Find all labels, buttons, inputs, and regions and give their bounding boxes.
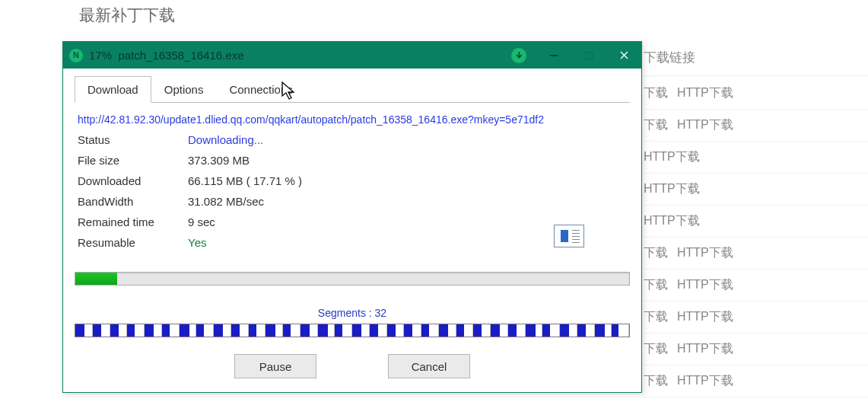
download-links-column: 下载链接 下载HTTP下载下载HTTP下载HTTP下载HTTP下载HTTP下载下… bbox=[644, 49, 868, 397]
segment bbox=[162, 324, 180, 337]
progress-fill bbox=[75, 273, 117, 285]
segment bbox=[491, 324, 508, 337]
maximize-button[interactable] bbox=[571, 42, 606, 69]
download-link[interactable]: HTTP下载 bbox=[677, 118, 733, 131]
segment bbox=[421, 324, 439, 337]
download-link-row: 下载HTTP下载 bbox=[644, 365, 868, 397]
label-downloaded: Downloaded bbox=[78, 174, 188, 187]
tab-connections[interactable]: Connections bbox=[216, 76, 305, 102]
segment bbox=[577, 324, 595, 337]
download-dialog: 17% patch_16358_16416.exe Download Optio… bbox=[62, 41, 642, 393]
download-link[interactable]: HTTP下载 bbox=[677, 374, 733, 387]
tab-options[interactable]: Options bbox=[151, 76, 217, 102]
download-link[interactable]: 下载 bbox=[644, 342, 668, 355]
download-link-row: 下载HTTP下载 bbox=[644, 302, 868, 333]
segment bbox=[542, 324, 560, 337]
download-link[interactable]: HTTP下载 bbox=[644, 214, 700, 227]
segment bbox=[318, 324, 335, 337]
download-link[interactable]: 下载 bbox=[644, 310, 668, 323]
download-link-row: HTTP下载 bbox=[644, 174, 868, 206]
download-link[interactable]: HTTP下载 bbox=[644, 150, 700, 163]
segment bbox=[352, 324, 370, 337]
svg-rect-1 bbox=[586, 52, 593, 59]
label-filesize: File size bbox=[78, 154, 188, 167]
download-links-header: 下载链接 bbox=[644, 49, 868, 76]
tabs: Download Options Connections bbox=[75, 76, 630, 103]
segment bbox=[404, 324, 421, 337]
segment bbox=[93, 324, 110, 337]
download-link[interactable]: HTTP下载 bbox=[677, 278, 733, 291]
download-link-row: 下载HTTP下载 bbox=[644, 270, 868, 302]
download-link-row: 下载HTTP下载 bbox=[644, 78, 868, 110]
segment bbox=[214, 324, 231, 337]
minimize-button[interactable] bbox=[536, 42, 571, 69]
close-button[interactable] bbox=[606, 42, 641, 69]
segment bbox=[387, 324, 405, 337]
label-status: Status bbox=[78, 133, 188, 146]
download-url[interactable]: http://42.81.92.30/update1.dlied.qq.com/… bbox=[78, 113, 630, 126]
label-resumable: Resumable bbox=[78, 236, 188, 249]
segment bbox=[560, 324, 577, 337]
segment bbox=[196, 324, 214, 337]
download-link-row: HTTP下载 bbox=[644, 206, 868, 238]
segment bbox=[526, 324, 543, 337]
download-link[interactable]: 下载 bbox=[644, 246, 668, 259]
segment bbox=[145, 324, 162, 337]
value-filesize: 373.309 MB bbox=[188, 154, 250, 167]
download-link-row: HTTP下载 bbox=[644, 142, 868, 174]
value-resumable: Yes bbox=[188, 236, 206, 249]
progress-bar bbox=[75, 272, 630, 286]
segment bbox=[75, 324, 93, 337]
download-link[interactable]: HTTP下载 bbox=[644, 182, 700, 195]
download-link-row: 下载HTTP下载 bbox=[644, 238, 868, 270]
segment bbox=[595, 324, 612, 337]
download-link[interactable]: 下载 bbox=[644, 374, 668, 387]
download-link[interactable]: HTTP下载 bbox=[677, 342, 733, 355]
download-link[interactable]: 下载 bbox=[644, 118, 668, 131]
value-bandwidth: 31.082 MB/sec bbox=[188, 195, 264, 208]
segment bbox=[110, 324, 128, 337]
pause-button[interactable]: Pause bbox=[234, 354, 316, 378]
download-link[interactable]: HTTP下载 bbox=[677, 86, 733, 99]
value-status: Downloading... bbox=[188, 133, 263, 146]
segment bbox=[473, 324, 491, 337]
value-remained: 9 sec bbox=[188, 215, 215, 228]
segment bbox=[265, 324, 283, 337]
preview-icon[interactable] bbox=[554, 225, 584, 247]
titlebar[interactable]: 17% patch_16358_16416.exe bbox=[63, 42, 641, 69]
value-downloaded: 66.115 MB ( 17.71 % ) bbox=[188, 174, 302, 187]
window-title: 17% patch_16358_16416.exe bbox=[89, 49, 501, 62]
download-link[interactable]: 下载 bbox=[644, 86, 668, 99]
download-link[interactable]: HTTP下载 bbox=[677, 246, 733, 259]
download-link-row: 下载HTTP下载 bbox=[644, 333, 868, 365]
segment bbox=[231, 324, 249, 337]
tab-download[interactable]: Download bbox=[75, 76, 151, 103]
label-remained: Remained time bbox=[78, 215, 188, 228]
download-link[interactable]: HTTP下载 bbox=[677, 310, 733, 323]
segment bbox=[335, 324, 352, 337]
download-link-row: 下载HTTP下载 bbox=[644, 110, 868, 142]
app-icon bbox=[69, 49, 83, 62]
download-link[interactable]: 下载 bbox=[644, 278, 668, 291]
segments-bar bbox=[75, 324, 630, 337]
label-bandwidth: BandWidth bbox=[78, 195, 188, 208]
segment bbox=[127, 324, 145, 337]
segment bbox=[612, 324, 629, 337]
segment bbox=[439, 324, 456, 337]
page-title: 最新补丁下载 bbox=[79, 5, 175, 26]
download-indicator-icon[interactable] bbox=[501, 42, 536, 69]
segment bbox=[370, 324, 387, 337]
segment bbox=[456, 324, 474, 337]
cancel-button[interactable]: Cancel bbox=[388, 354, 470, 378]
segment bbox=[249, 324, 266, 337]
segments-label: Segments : 32 bbox=[75, 307, 630, 319]
segment bbox=[300, 324, 318, 337]
segment bbox=[180, 324, 197, 337]
segment bbox=[283, 324, 300, 337]
segment bbox=[508, 324, 526, 337]
